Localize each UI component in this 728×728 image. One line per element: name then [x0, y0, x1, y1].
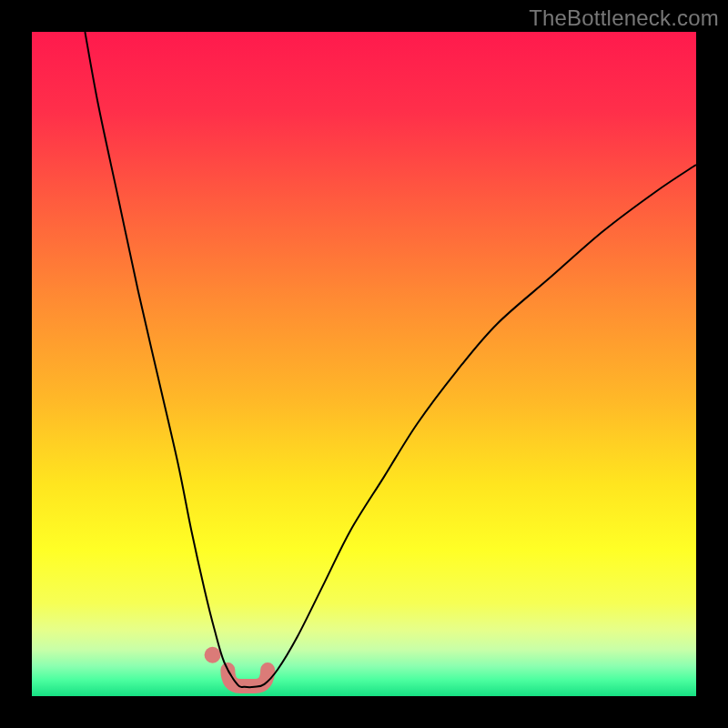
curve-layer — [32, 32, 696, 696]
watermark-text: TheBottleneck.com — [529, 5, 719, 31]
bottleneck-dot-icon — [205, 647, 221, 663]
plot-area — [32, 32, 696, 696]
bottleneck-highlight — [228, 670, 268, 686]
bottleneck-curve — [85, 32, 696, 687]
chart-stage: TheBottleneck.com — [0, 0, 728, 728]
